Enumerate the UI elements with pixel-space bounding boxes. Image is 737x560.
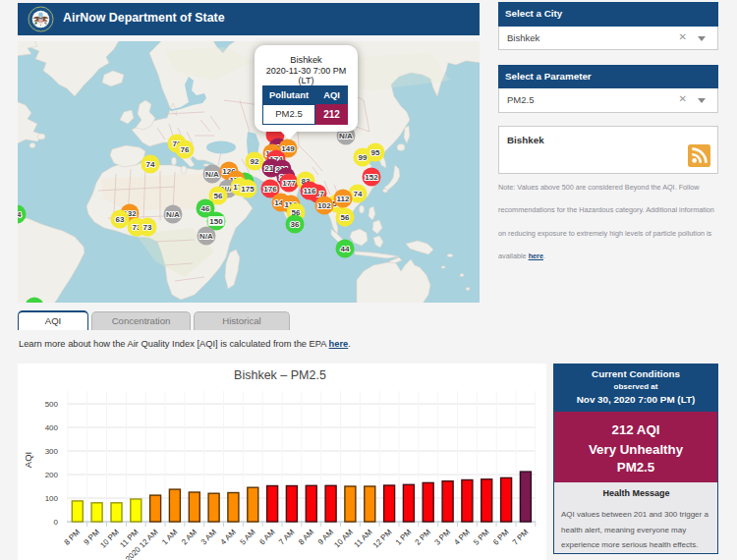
svg-text:400: 400 (45, 423, 59, 432)
svg-text:1 PM: 1 PM (394, 528, 414, 547)
svg-text:116: 116 (304, 187, 316, 196)
svg-text:152: 152 (365, 173, 378, 182)
svg-text:177: 177 (282, 179, 296, 188)
svg-text:1 AM: 1 AM (160, 528, 179, 546)
svg-text:AQI: AQI (23, 452, 33, 468)
svg-text:N/A: N/A (205, 170, 219, 179)
svg-text:4 AM: 4 AM (219, 528, 238, 546)
svg-text:44: 44 (18, 210, 22, 219)
svg-text:10 AM: 10 AM (332, 528, 355, 550)
svg-text:11 AM: 11 AM (353, 528, 374, 549)
svg-text:175: 175 (241, 185, 255, 194)
svg-text:6 PM: 6 PM (491, 528, 511, 547)
svg-text:102: 102 (317, 201, 331, 210)
svg-text:56: 56 (341, 213, 350, 222)
svg-text:8 AM: 8 AM (297, 528, 315, 546)
svg-text:36: 36 (291, 220, 300, 229)
svg-text:73: 73 (143, 223, 152, 232)
svg-text:46: 46 (201, 204, 210, 213)
svg-text:6 AM: 6 AM (257, 528, 276, 546)
svg-text:74: 74 (354, 190, 363, 198)
svg-text:Bishkek – PM2.5: Bishkek – PM2.5 (234, 368, 326, 382)
svg-text:2 AM: 2 AM (180, 528, 198, 546)
svg-text:112: 112 (337, 195, 350, 203)
svg-text:149: 149 (281, 144, 295, 153)
svg-text:92: 92 (251, 157, 259, 166)
svg-text:0: 0 (54, 518, 59, 527)
svg-text:63: 63 (116, 215, 125, 224)
svg-text:10 PM: 10 PM (98, 528, 121, 550)
svg-text:2 PM: 2 PM (414, 528, 433, 547)
svg-text:300: 300 (45, 447, 59, 456)
svg-text:150: 150 (209, 217, 223, 226)
svg-text:56: 56 (214, 192, 223, 200)
svg-text:176: 176 (263, 185, 277, 194)
svg-text:500: 500 (45, 400, 59, 409)
svg-text:200: 200 (45, 471, 59, 479)
svg-text:N/A: N/A (166, 210, 180, 219)
svg-text:N/A: N/A (339, 132, 353, 140)
svg-text:3 AM: 3 AM (199, 528, 218, 546)
svg-text:3 PM: 3 PM (432, 528, 452, 547)
svg-text:7 AM: 7 AM (277, 528, 296, 546)
svg-text:5 PM: 5 PM (472, 528, 491, 547)
svg-text:7 PM: 7 PM (511, 528, 531, 547)
svg-text:76: 76 (181, 145, 190, 154)
svg-text:N/A: N/A (199, 232, 213, 241)
svg-text:95: 95 (371, 148, 380, 157)
svg-text:4 PM: 4 PM (452, 528, 472, 547)
svg-text:44: 44 (341, 245, 350, 253)
svg-text:100: 100 (45, 494, 59, 503)
svg-text:99: 99 (359, 153, 368, 162)
svg-text:8 PM: 8 PM (63, 528, 83, 547)
svg-text:5 AM: 5 AM (238, 528, 256, 546)
svg-text:74: 74 (146, 160, 155, 169)
svg-text:12 PM: 12 PM (371, 528, 394, 550)
